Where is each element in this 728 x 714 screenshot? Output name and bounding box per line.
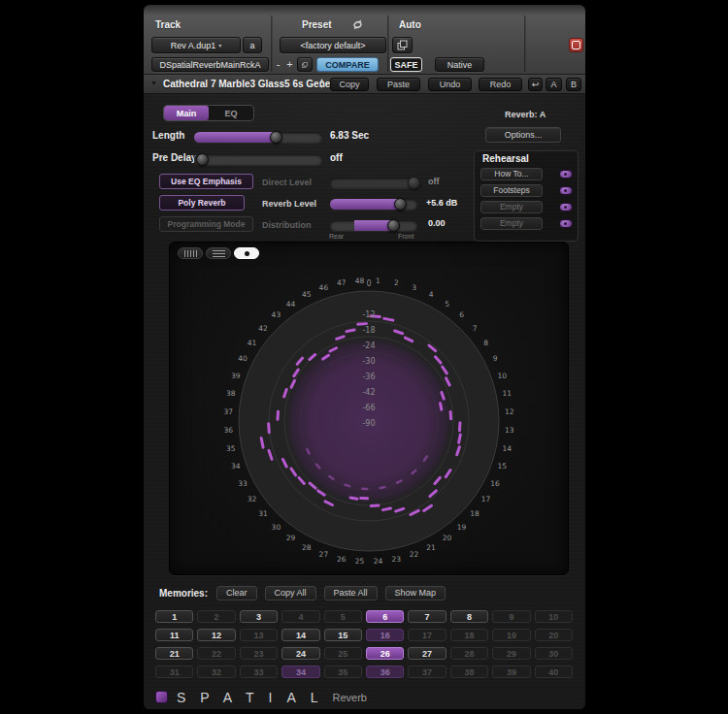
memory-slot-18[interactable]: 18: [450, 629, 488, 641]
reverb-level-slider[interactable]: [330, 198, 417, 211]
memory-slot-37[interactable]: 37: [408, 665, 446, 678]
memory-slot-17[interactable]: 17: [408, 629, 446, 641]
rehearsal-rows: How To...FootstepsEmptyEmpty: [480, 167, 573, 233]
target-button[interactable]: [569, 38, 583, 52]
poly-reverb-button[interactable]: Poly Reverb: [159, 195, 245, 211]
preset-selector[interactable]: <factory default>: [280, 37, 386, 53]
current-setting-name[interactable]: Cathedral 7 Marble3 Glass5 6s Generic: [163, 79, 343, 89]
memory-slot-12[interactable]: 12: [197, 629, 235, 641]
rehearsal-trigger-icon[interactable]: [559, 186, 573, 195]
memory-slot-29[interactable]: 29: [492, 647, 530, 660]
track-selector[interactable]: Rev A.dup1 ▾: [151, 37, 241, 53]
memory-slot-28[interactable]: 28: [450, 647, 488, 660]
memory-slot-34[interactable]: 34: [281, 665, 319, 678]
settings-flyout-icon[interactable]: ▼: [150, 80, 157, 86]
pre-delay-slider-knob[interactable]: [196, 153, 209, 166]
options-button[interactable]: Options...: [485, 127, 561, 143]
memory-slot-10[interactable]: 10: [535, 610, 573, 623]
compare-button[interactable]: COMPARE: [316, 57, 379, 72]
memory-slot-21[interactable]: 21: [155, 647, 193, 660]
memory-slot-5[interactable]: 5: [324, 610, 362, 623]
direct-level-slider[interactable]: [330, 177, 417, 189]
preset-decrement-button[interactable]: -: [273, 57, 283, 72]
preset-cycle-icon[interactable]: [351, 18, 364, 31]
memory-slot-3[interactable]: 3: [240, 610, 278, 623]
direct-level-label: Direct Level: [262, 178, 312, 187]
direct-level-slider-track[interactable]: [330, 178, 417, 188]
safe-button[interactable]: SAFE: [390, 57, 422, 72]
memory-action-clear[interactable]: Clear: [216, 586, 257, 600]
pre-delay-slider[interactable]: [194, 153, 322, 166]
plugin-selector[interactable]: DSpatialReverbMainRckA: [151, 57, 269, 72]
rehearsal-trigger-icon[interactable]: [559, 170, 573, 178]
memory-slot-9[interactable]: 9: [492, 610, 530, 623]
distribution-slider[interactable]: [330, 219, 417, 232]
spinner-down-icon[interactable]: ▾: [320, 83, 323, 90]
length-slider[interactable]: [194, 131, 322, 144]
programming-mode-button[interactable]: Programming Mode: [159, 216, 253, 232]
memory-slot-19[interactable]: 19: [492, 629, 530, 641]
memory-slot-25[interactable]: 25: [324, 647, 362, 660]
memory-slot-30[interactable]: 30: [535, 647, 573, 660]
direct-level-slider-knob[interactable]: [408, 177, 420, 189]
rehearsal-item-0[interactable]: How To...: [480, 168, 543, 180]
preset-increment-button[interactable]: +: [284, 57, 295, 72]
native-button[interactable]: Native: [435, 57, 484, 72]
distribution-slider-knob[interactable]: [387, 219, 400, 232]
distribution-slider-track[interactable]: [330, 220, 417, 231]
memory-action-paste-all[interactable]: Paste All: [324, 586, 378, 600]
memory-slot-11[interactable]: 11: [155, 629, 193, 641]
rehearsal-item-1[interactable]: Footsteps: [480, 184, 543, 197]
memory-slot-27[interactable]: 27: [408, 647, 446, 660]
copy-button[interactable]: Copy: [330, 78, 369, 91]
length-slider-track[interactable]: [194, 132, 322, 143]
paste-button[interactable]: Paste: [377, 78, 420, 91]
reverb-level-slider-knob[interactable]: [394, 198, 407, 211]
memory-action-show-map[interactable]: Show Map: [385, 586, 447, 600]
memory-slot-4[interactable]: 4: [281, 610, 319, 623]
memory-slot-2[interactable]: 2: [197, 610, 235, 623]
setting-b-button[interactable]: B: [566, 78, 581, 91]
settings-menu-button[interactable]: [297, 57, 313, 72]
memory-slot-8[interactable]: 8: [450, 610, 488, 623]
memory-slot-24[interactable]: 24: [281, 647, 319, 660]
memory-slot-22[interactable]: 22: [197, 647, 235, 660]
memory-slot-39[interactable]: 39: [492, 665, 530, 678]
memory-slot-16[interactable]: 16: [366, 629, 404, 641]
memory-action-copy-all[interactable]: Copy All: [265, 586, 316, 600]
memory-slot-23[interactable]: 23: [240, 647, 278, 660]
rehearsal-trigger-icon[interactable]: [559, 203, 573, 211]
memory-slot-20[interactable]: 20: [535, 629, 573, 641]
memory-slot-14[interactable]: 14: [281, 629, 319, 641]
rehearsal-trigger-icon[interactable]: [559, 219, 573, 228]
rehearsal-item-3[interactable]: Empty: [480, 217, 543, 230]
memory-slot-7[interactable]: 7: [408, 610, 446, 623]
librarian-button[interactable]: [392, 37, 413, 53]
memory-slot-32[interactable]: 32: [197, 665, 235, 678]
setting-a-button[interactable]: A: [546, 78, 562, 91]
setting-spinner[interactable]: ▴ ▾: [320, 77, 323, 90]
header-divider: [387, 16, 389, 72]
memory-slot-1[interactable]: 1: [155, 610, 193, 623]
memory-slot-40[interactable]: 40: [535, 665, 573, 678]
memory-slot-33[interactable]: 33: [240, 665, 278, 678]
memory-slot-26[interactable]: 26: [366, 647, 404, 660]
memory-slot-6[interactable]: 6: [366, 610, 404, 623]
undo-button[interactable]: Undo: [428, 78, 472, 91]
tab-eq[interactable]: EQ: [209, 106, 253, 120]
radar-display[interactable]: 1234567891011121314151617181920212223242…: [170, 243, 570, 574]
spinner-up-icon[interactable]: ▴: [320, 77, 323, 83]
revert-button[interactable]: ↩: [528, 78, 543, 91]
memory-slot-15[interactable]: 15: [324, 629, 362, 641]
memory-slot-35[interactable]: 35: [324, 665, 362, 678]
rehearsal-item-2[interactable]: Empty: [480, 201, 543, 213]
pre-delay-slider-track[interactable]: [194, 154, 322, 165]
tab-main[interactable]: Main: [164, 106, 209, 120]
playlist-selector[interactable]: a: [243, 37, 262, 53]
memory-slot-36[interactable]: 36: [366, 665, 404, 678]
memory-slot-13[interactable]: 13: [240, 629, 278, 641]
redo-button[interactable]: Redo: [479, 78, 522, 91]
memory-slot-31[interactable]: 31: [155, 665, 193, 678]
use-eq-emphasis-button[interactable]: Use EQ Emphasis: [159, 174, 253, 189]
memory-slot-38[interactable]: 38: [450, 665, 488, 678]
